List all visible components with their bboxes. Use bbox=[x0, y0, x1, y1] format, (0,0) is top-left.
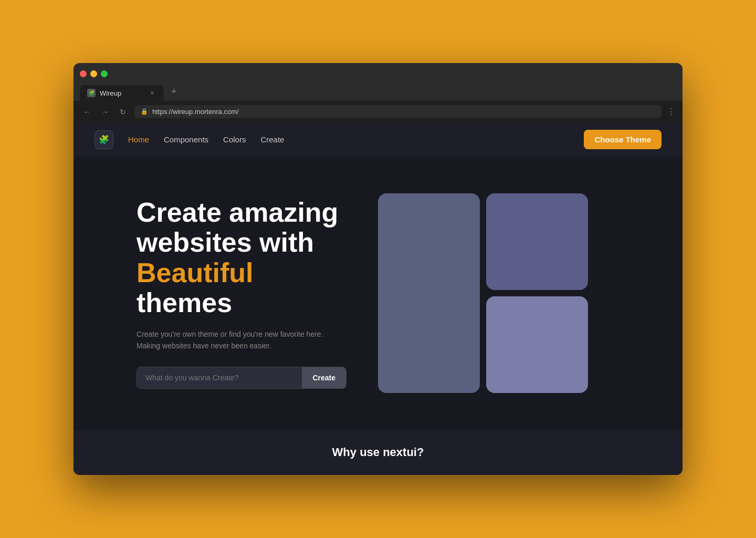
forward-button[interactable]: → bbox=[99, 106, 111, 118]
choose-theme-button[interactable]: Choose Theme bbox=[584, 130, 662, 149]
hero-title: Create amazing websites with Beautiful t… bbox=[136, 198, 346, 318]
website-content: 🧩 Home Components Colors Create Choose T… bbox=[74, 122, 682, 475]
why-section: Why use nextui? bbox=[74, 430, 682, 475]
hero-section: Create amazing websites with Beautiful t… bbox=[74, 157, 682, 430]
color-block-top-right bbox=[486, 193, 588, 290]
new-tab-button[interactable]: + bbox=[166, 82, 182, 101]
nav-link-components[interactable]: Components bbox=[164, 135, 208, 144]
create-bar: Create bbox=[136, 367, 346, 389]
why-title: Why use nextui? bbox=[89, 446, 667, 459]
tab-bar: 🧩 Wireup × + bbox=[80, 82, 676, 101]
nav-link-home[interactable]: Home bbox=[128, 135, 149, 144]
hero-title-line1: Create amazing bbox=[136, 197, 338, 227]
url-text: https://wireup.mortenra.com/ bbox=[152, 108, 239, 116]
hero-title-highlight: Beautiful bbox=[136, 257, 253, 288]
traffic-light-red[interactable] bbox=[80, 70, 87, 77]
traffic-lights bbox=[80, 68, 676, 82]
address-bar: ← → ↻ 🔒 https://wireup.mortenra.com/ ⋮ bbox=[74, 101, 682, 122]
traffic-light-yellow[interactable] bbox=[90, 70, 97, 77]
tab-favicon: 🧩 bbox=[87, 89, 96, 97]
hero-title-line2: websites with bbox=[136, 227, 314, 257]
hero-visuals bbox=[378, 193, 588, 393]
site-logo: 🧩 bbox=[94, 130, 113, 149]
lock-icon: 🔒 bbox=[141, 108, 148, 115]
hero-text: Create amazing websites with Beautiful t… bbox=[136, 198, 346, 389]
browser-chrome: 🧩 Wireup × + bbox=[74, 63, 682, 101]
browser-menu-button[interactable]: ⋮ bbox=[667, 107, 675, 117]
tab-close-button[interactable]: × bbox=[148, 89, 156, 97]
reload-button[interactable]: ↻ bbox=[117, 106, 129, 118]
color-block-bottom-right bbox=[486, 296, 588, 393]
active-tab[interactable]: 🧩 Wireup × bbox=[80, 85, 164, 101]
site-nav: 🧩 Home Components Colors Create Choose T… bbox=[74, 122, 682, 157]
url-bar[interactable]: 🔒 https://wireup.mortenra.com/ bbox=[134, 105, 662, 118]
tab-title: Wireup bbox=[100, 89, 144, 97]
hero-title-line3: themes bbox=[136, 287, 232, 318]
traffic-light-green[interactable] bbox=[101, 70, 108, 77]
browser-window: 🧩 Wireup × + ← → ↻ 🔒 https://wireup.mort… bbox=[74, 63, 682, 475]
nav-left: 🧩 Home Components Colors Create bbox=[94, 130, 284, 149]
create-input[interactable] bbox=[137, 367, 302, 388]
hero-subtitle: Create you're own theme or find you're n… bbox=[136, 328, 346, 352]
color-block-tall bbox=[378, 193, 480, 393]
back-button[interactable]: ← bbox=[81, 106, 93, 118]
nav-link-create[interactable]: Create bbox=[260, 135, 284, 144]
nav-link-colors[interactable]: Colors bbox=[223, 135, 246, 144]
create-button[interactable]: Create bbox=[302, 367, 346, 388]
